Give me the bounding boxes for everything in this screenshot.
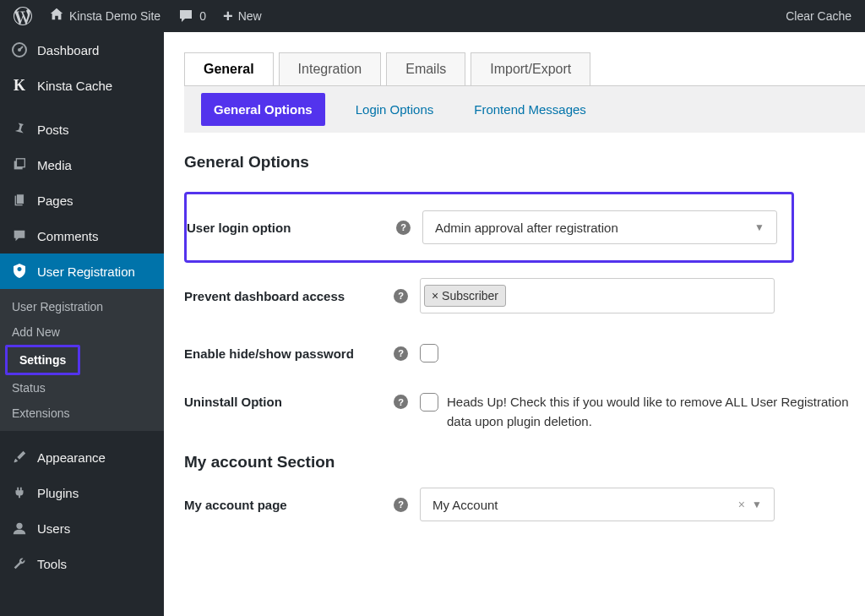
subtab-login-options[interactable]: Login Options	[345, 95, 444, 123]
comment-icon	[177, 8, 194, 25]
tab-emails[interactable]: Emails	[386, 52, 465, 85]
heading-my-account-section: My account Section	[184, 453, 865, 472]
svg-point-7	[16, 523, 22, 529]
submenu-settings[interactable]: Settings	[5, 345, 80, 375]
plus-icon: +	[223, 7, 233, 26]
user-login-option-highlight: User login option ? Admin approval after…	[184, 192, 794, 263]
menu-pages[interactable]: Pages	[0, 183, 164, 218]
shield-icon	[10, 262, 29, 281]
label-enable-hide-show-password: Enable hide/show password	[184, 346, 394, 361]
clear-icon[interactable]: ×	[738, 498, 745, 511]
select-user-login-option[interactable]: Admin approval after registration ▼	[422, 210, 777, 244]
tab-integration[interactable]: Integration	[279, 52, 382, 85]
svg-rect-6	[16, 194, 24, 204]
label-uninstall-option: Uninstall Option	[184, 393, 394, 409]
tab-general[interactable]: General	[184, 52, 274, 85]
subtab-general-options[interactable]: General Options	[201, 93, 325, 126]
settings-subtabs: General Options Login Options Frontend M…	[184, 85, 865, 133]
submenu-add-new[interactable]: Add New	[0, 319, 164, 345]
help-icon[interactable]: ?	[396, 221, 411, 235]
select-my-account-page[interactable]: My Account × ▼	[420, 488, 775, 521]
help-icon[interactable]: ?	[394, 289, 408, 303]
heading-general-options: General Options	[184, 153, 865, 172]
label-prevent-dashboard-access: Prevent dashboard access	[184, 289, 394, 303]
new-content-link[interactable]: + New	[215, 0, 270, 32]
menu-users[interactable]: Users	[0, 510, 164, 546]
site-name: Kinsta Demo Site	[69, 9, 160, 23]
new-label: New	[238, 9, 262, 23]
wordpress-logo-icon	[14, 7, 32, 25]
help-icon[interactable]: ?	[394, 346, 408, 361]
svg-point-1	[18, 48, 21, 52]
menu-posts[interactable]: Posts	[0, 112, 164, 147]
menu-user-registration[interactable]: User Registration	[0, 253, 164, 289]
help-icon[interactable]: ?	[394, 395, 408, 409]
menu-dashboard[interactable]: Dashboard	[0, 32, 164, 68]
wrench-icon	[10, 554, 29, 573]
checkbox-uninstall-option[interactable]	[420, 393, 438, 412]
svg-point-4	[19, 161, 22, 165]
kinsta-icon: K	[10, 76, 29, 95]
help-icon[interactable]: ?	[394, 498, 408, 512]
tag-subscriber[interactable]: × Subscriber	[424, 285, 506, 307]
admin-bar: Kinsta Demo Site 0 + New Clear Cache	[0, 0, 865, 32]
checkbox-enable-hide-show-password[interactable]	[420, 344, 438, 363]
menu-media[interactable]: Media	[0, 147, 164, 183]
label-my-account-page: My account page	[184, 498, 394, 512]
menu-tools[interactable]: Tools	[0, 546, 164, 581]
pin-icon	[10, 120, 29, 139]
content-area: General Integration Emails Import/Export…	[164, 32, 865, 616]
admin-side-menu: Dashboard K Kinsta Cache Posts Media Pag…	[0, 32, 164, 616]
dashboard-icon	[10, 41, 29, 59]
user-icon	[10, 519, 29, 537]
menu-plugins[interactable]: Plugins	[0, 475, 164, 510]
settings-tabs: General Integration Emails Import/Export	[184, 52, 865, 85]
menu-comments[interactable]: Comments	[0, 218, 164, 253]
subtab-frontend-messages[interactable]: Frontend Messages	[464, 95, 596, 123]
site-name-link[interactable]: Kinsta Demo Site	[41, 0, 169, 32]
submenu-status[interactable]: Status	[0, 375, 164, 401]
label-user-login-option: User login option	[187, 221, 396, 235]
comments-count: 0	[199, 9, 206, 23]
pages-icon	[10, 191, 29, 210]
chevron-down-icon: ▼	[752, 499, 762, 510]
house-icon	[49, 7, 64, 26]
submenu-user-registration-item[interactable]: User Registration	[0, 294, 164, 319]
wordpress-logo[interactable]	[5, 0, 41, 32]
select-my-account-page-value: My Account	[432, 498, 498, 512]
select-user-login-option-value: Admin approval after registration	[435, 221, 618, 235]
menu-kinsta-cache[interactable]: K Kinsta Cache	[0, 68, 164, 103]
comments-link[interactable]: 0	[169, 0, 215, 32]
tab-import-export[interactable]: Import/Export	[471, 52, 590, 85]
media-icon	[10, 155, 29, 174]
uninstall-description: Heads Up! Check this if you would like t…	[447, 393, 865, 431]
menu-appearance[interactable]: Appearance	[0, 439, 164, 475]
clear-cache-link[interactable]: Clear Cache	[777, 0, 860, 32]
comment-menu-icon	[10, 226, 29, 245]
submenu-user-registration: User Registration Add New Settings Statu…	[0, 289, 164, 431]
input-prevent-dashboard-access[interactable]: × Subscriber	[420, 278, 775, 313]
submenu-extensions[interactable]: Extensions	[0, 401, 164, 426]
brush-icon	[10, 448, 29, 466]
chevron-down-icon: ▼	[754, 221, 764, 233]
plug-icon	[10, 483, 29, 502]
